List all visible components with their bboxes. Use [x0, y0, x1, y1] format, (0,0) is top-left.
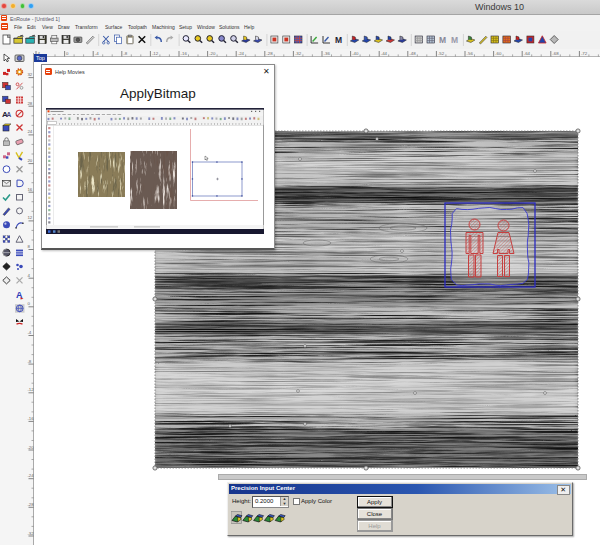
svg-text:-44: -44	[381, 51, 388, 56]
svg-text:20: 20	[27, 158, 32, 163]
svg-text:-32: -32	[295, 51, 302, 56]
svg-text:-28: -28	[266, 51, 273, 56]
svg-text:-4: -4	[27, 330, 31, 335]
svg-text:28: 28	[27, 101, 32, 106]
svg-text:-36: -36	[324, 51, 331, 56]
svg-text:-12: -12	[152, 51, 159, 56]
svg-text:A: A	[7, 111, 12, 118]
svg-text:-60: -60	[495, 51, 502, 56]
svg-text:-28: -28	[27, 502, 34, 507]
svg-text:-64: -64	[524, 51, 531, 56]
svg-text:-8: -8	[123, 51, 127, 56]
svg-text:-52: -52	[438, 51, 445, 56]
svg-text:-24: -24	[27, 473, 34, 478]
svg-text:-12: -12	[27, 387, 34, 392]
svg-text:-56: -56	[467, 51, 474, 56]
svg-text:-20: -20	[27, 445, 34, 450]
svg-text:12: 12	[27, 215, 32, 220]
svg-text:-48: -48	[409, 51, 416, 56]
svg-text:-32: -32	[27, 531, 34, 536]
svg-text:-24: -24	[238, 51, 245, 56]
svg-text:-40: -40	[352, 51, 359, 56]
svg-text:M: M	[439, 35, 446, 45]
svg-text:M: M	[335, 35, 342, 45]
svg-text:-4: -4	[95, 51, 99, 56]
svg-text:M: M	[451, 35, 458, 45]
svg-text:-72: -72	[581, 51, 588, 56]
svg-text:-16: -16	[27, 416, 34, 421]
svg-text:32: 32	[27, 72, 32, 77]
svg-text:-16: -16	[181, 51, 188, 56]
svg-text:-8: -8	[27, 359, 31, 364]
svg-text:24: 24	[27, 129, 32, 134]
svg-text:-20: -20	[209, 51, 216, 56]
svg-text:16: 16	[27, 187, 32, 192]
svg-text:-68: -68	[552, 51, 559, 56]
